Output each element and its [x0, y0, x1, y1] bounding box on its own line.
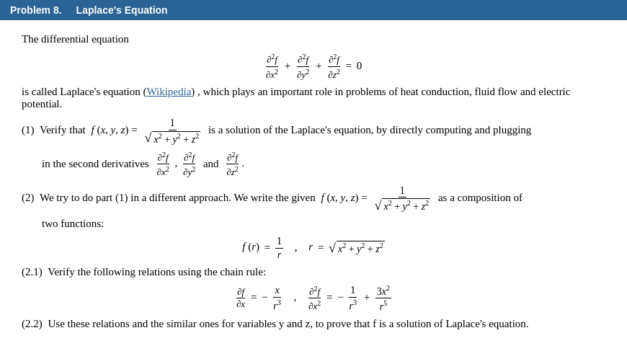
- part-2: (2) We try to do part (1) in a different…: [22, 185, 605, 212]
- sqrt-x2y2z2: √ x2 + y2 + z2: [329, 241, 385, 255]
- part-21: (2.1) Verify the following relations usi…: [22, 266, 605, 278]
- problem-title: Laplace's Equation: [76, 4, 168, 16]
- partial-f-x: ∂f ∂x: [236, 287, 246, 310]
- after-equation-text: is called Laplace's equation (Wikipedia)…: [22, 86, 605, 110]
- frac-x-r3: x r3: [272, 285, 282, 311]
- wikipedia-link[interactable]: Wikipedia: [146, 86, 191, 97]
- partial2-y2: ∂2f ∂y2: [182, 151, 196, 178]
- partial-f-y2: ∂2f ∂y2: [296, 53, 310, 80]
- part2-label: (2): [22, 192, 35, 203]
- part21-label: (2.1): [22, 266, 43, 278]
- part-1: (1) Verify that f (x, y, z) = 1 √ x2 + y…: [22, 117, 605, 144]
- part-22: (2.2) Use these relations and the simila…: [22, 318, 605, 330]
- partial-f-x2: ∂2f ∂x2: [265, 53, 279, 80]
- frac-1-r3: 1 r3: [347, 285, 357, 311]
- partial2-z2: ∂2f ∂z2: [226, 151, 239, 178]
- laplace-equation: ∂2f ∂x2 + ∂2f ∂y2 + ∂2f ∂z2 = 0: [22, 53, 605, 80]
- problem-label: Problem 8.: [10, 4, 62, 16]
- partial-f-z2: ∂2f ∂z2: [327, 53, 341, 80]
- partial2-f-x2-chain: ∂2f ∂x2: [308, 285, 321, 312]
- fraction-1-over-sqrt: 1 √ x2 + y2 + z2: [143, 117, 203, 144]
- chain-rule-equations: ∂f ∂x = − x r3 , ∂2f ∂x2 = − 1 r3 + 3x2 …: [22, 284, 605, 312]
- frac-1-r: 1 r: [275, 236, 283, 260]
- second-derivatives-line: in the second derivatives ∂2f ∂x2 , ∂2f …: [42, 151, 605, 178]
- fraction-1-over-sqrt-2: 1 √ x2 + y2 + z2: [373, 185, 432, 212]
- part1-label: (1): [22, 124, 35, 136]
- partial2-x2: ∂2f ∂x2: [156, 151, 169, 178]
- problem-header: Problem 8. Laplace's Equation: [0, 0, 627, 20]
- content-area: The differential equation ∂2f ∂x2 + ∂2f …: [0, 20, 627, 349]
- composition-equation: f (r) = 1 r , r = √ x2 + y2 + z2: [22, 236, 605, 260]
- part22-label: (2.2): [22, 318, 43, 329]
- intro-paragraph: The differential equation: [22, 33, 605, 45]
- two-functions-label: two functions:: [42, 218, 605, 230]
- frac-3x2-r5: 3x2 r5: [375, 284, 391, 312]
